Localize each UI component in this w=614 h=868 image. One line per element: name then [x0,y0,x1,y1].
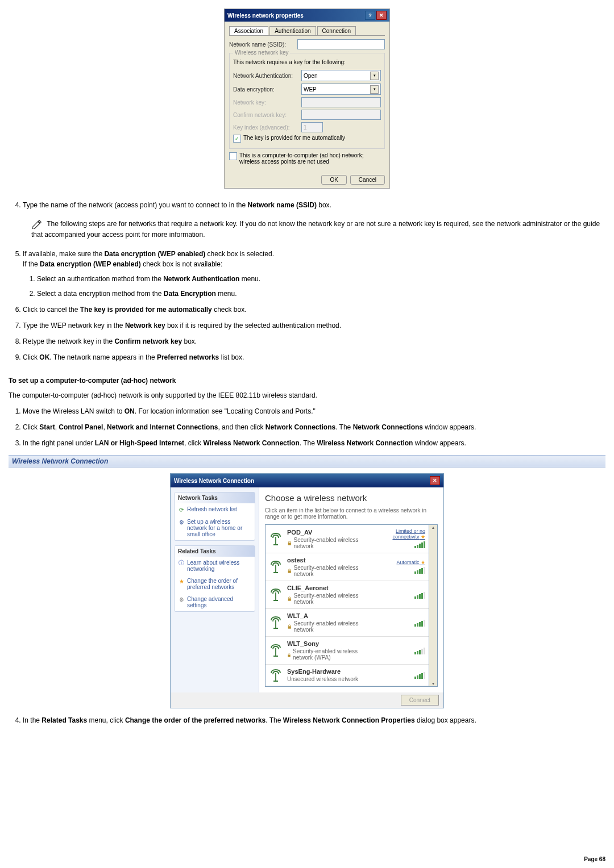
svg-rect-0 [288,542,291,545]
tab-authentication[interactable]: Authentication [269,26,316,35]
star-icon: ★ [178,578,185,585]
step-5-1: Select an authentication method from the… [37,274,605,284]
ssid-label: Network name (SSID): [229,41,297,48]
star-icon: ★ [419,534,425,540]
network-name: CLIE_Aeronet [287,585,375,591]
ssid-input[interactable] [297,39,385,49]
wnc-titlebar: Wireless Network Connection ✕ [171,474,443,487]
network-security: Security-enabled wireless network [287,537,375,549]
related-tasks-header: Related Tasks [175,546,255,557]
step-5: If available, make sure the Data encrypt… [23,249,605,299]
network-status [380,670,425,680]
network-name: POD_AV [287,529,375,536]
confirm-key-input [301,110,381,120]
network-item[interactable]: ostestSecurity-enabled wireless networkA… [265,553,429,581]
dialog-title: Wireless network properties [227,12,304,19]
network-item[interactable]: POD_AVSecurity-enabled wireless networkL… [265,525,429,553]
signal-bars-icon [414,592,425,599]
network-item[interactable]: CLIE_AeronetSecurity-enabled wireless ne… [265,581,429,609]
network-item[interactable]: WLT_ASecurity-enabled wireless network [265,609,429,637]
dialog-titlebar: Wireless network properties ? ✕ [225,9,389,22]
scroll-down-icon[interactable]: ▾ [429,681,437,686]
task-refresh[interactable]: ⟳ Refresh network list [175,503,255,516]
wnc-title: Wireless Network Connection [174,478,254,484]
chevron-down-icon: ▾ [370,72,379,80]
ok-button[interactable]: OK [321,175,346,185]
step-8: Retype the network key in the Confirm ne… [23,336,605,347]
network-name: WLT_Sony [287,640,375,647]
adhoc-checkbox[interactable] [229,152,237,160]
network-security: Unsecured wireless network [287,676,375,682]
star-icon: ★ [419,560,425,565]
network-security: Security-enabled wireless network [287,565,375,577]
adhoc-label: This is a computer-to-computer (ad hoc) … [239,152,385,165]
network-status [380,646,425,656]
help-button[interactable]: ? [365,11,375,20]
net-auth-select[interactable]: Open ▾ [301,70,381,81]
data-enc-value: WEP [304,86,317,93]
antenna-icon [269,532,283,546]
tab-association[interactable]: Association [229,26,268,35]
adhoc-step-1: Move the Wireless LAN switch to ON. For … [23,406,605,416]
network-item[interactable]: WLT_SonySecurity-enabled wireless networ… [265,637,429,665]
note-block: The following steps are for networks tha… [31,219,605,240]
pencil-note-icon [31,220,43,229]
lock-icon [287,596,292,602]
wireless-properties-dialog: Wireless network properties ? ✕ Associat… [224,9,390,189]
network-security: Security-enabled wireless network (WPA) [287,648,375,661]
connect-button[interactable]: Connect [401,695,439,706]
key-index-input [301,122,323,132]
network-security: Security-enabled wireless network [287,592,375,605]
adhoc-heading: To set up a computer-to-computer (ad-hoc… [9,377,605,385]
cancel-button[interactable]: Cancel [350,175,385,185]
scroll-up-icon[interactable]: ▴ [429,525,437,530]
lock-icon [287,540,292,545]
step-9: Click OK. The network name appears in th… [23,352,605,362]
choose-desc: Click an item in the list below to conne… [265,507,438,520]
adhoc-step-3: In the right panel under LAN or High-Spe… [23,438,605,448]
tab-connection[interactable]: Connection [317,26,356,35]
auto-key-checkbox[interactable]: ✓ [233,135,241,143]
wnc-sidebar: Network Tasks ⟳ Refresh network list ⚙ S… [171,487,259,692]
step-5-2: Select a data encryption method from the… [37,289,605,299]
confirm-key-label: Confirm network key: [233,112,301,118]
task-setup[interactable]: ⚙ Set up a wireless network for a home o… [175,516,255,540]
network-item[interactable]: SysEng-HardwareUnsecured wireless networ… [265,665,429,686]
network-status: Limited or no connectivity ★ [380,528,425,549]
network-list: POD_AVSecurity-enabled wireless networkL… [265,524,429,687]
network-status: Automatic ★ [380,560,425,575]
lock-icon [287,569,292,574]
refresh-icon: ⟳ [178,506,185,513]
net-key-input [301,97,381,107]
lock-icon [287,624,292,629]
svg-rect-4 [288,655,290,657]
network-tasks-header: Network Tasks [175,493,255,503]
signal-bars-icon [414,672,425,679]
data-enc-select[interactable]: WEP ▾ [301,84,381,95]
data-enc-label: Data encryption: [233,86,301,93]
adhoc-step-4: In the Related Tasks menu, click Change … [23,715,605,725]
adhoc-intro: The computer-to-computer (ad-hoc) networ… [9,391,605,399]
network-name: WLT_A [287,612,375,619]
lock-icon [287,652,291,657]
info-icon: ⓘ [178,560,185,566]
task-change-order[interactable]: ★ Change the order of preferred networks [175,575,255,593]
network-status [380,618,425,628]
wireless-key-group-title: Wireless network key [233,49,290,56]
requires-text: This network requires a key for the foll… [233,59,381,65]
antenna-icon [269,560,283,574]
task-learn[interactable]: ⓘ Learn about wireless networking [175,557,255,575]
auto-key-label: The key is provided for me automatically [243,135,345,141]
net-auth-value: Open [304,73,317,79]
network-security: Security-enabled wireless network [287,620,375,633]
antenna-icon [269,616,283,629]
step-4: Type the name of the network (access poi… [23,200,605,210]
key-index-label: Key index (advanced): [233,124,301,131]
network-name: SysEng-Hardware [287,668,375,675]
close-button[interactable]: ✕ [430,476,440,485]
task-change-advanced[interactable]: ⚙ Change advanced settings [175,593,255,611]
close-button[interactable]: ✕ [376,11,387,20]
adhoc-step-2: Click Start, Control Panel, Network and … [23,422,605,432]
signal-bars-icon [414,648,425,654]
gear-icon: ⚙ [178,596,185,603]
